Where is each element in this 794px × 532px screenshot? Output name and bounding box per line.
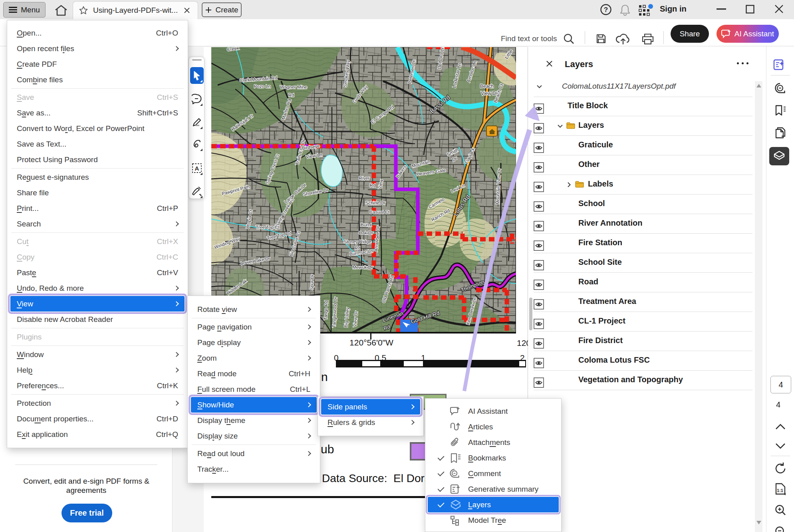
svg-text:A: A bbox=[195, 165, 199, 172]
svg-text:1:1: 1:1 bbox=[777, 488, 783, 493]
svg-text:Tree Top Ct: Tree Top Ct bbox=[256, 225, 280, 230]
svg-text:Casual Ct: Casual Ct bbox=[369, 210, 390, 214]
svg-text:River: River bbox=[359, 176, 370, 181]
svg-text:Rd: Rd bbox=[370, 183, 376, 188]
svg-text:Stoney Ridge: Stoney Ridge bbox=[343, 239, 371, 244]
svg-text:Pozo Ln: Pozo Ln bbox=[254, 84, 271, 89]
svg-text:Rd: Rd bbox=[288, 93, 294, 97]
svg-text:Spur Dr: Spur Dr bbox=[309, 274, 315, 290]
svg-text:Beach: Beach bbox=[480, 83, 494, 89]
svg-text:?: ? bbox=[604, 6, 608, 14]
svg-text:Mewuk Dr: Mewuk Dr bbox=[352, 265, 373, 270]
svg-text:Schirle Dr: Schirle Dr bbox=[365, 200, 386, 205]
svg-text:Wagner Mine: Wagner Mine bbox=[280, 85, 307, 89]
svg-text:Rd: Rd bbox=[355, 246, 361, 250]
svg-text:Burnt: Burnt bbox=[361, 222, 372, 227]
svg-text:Oak Dr: Oak Dr bbox=[359, 230, 373, 235]
